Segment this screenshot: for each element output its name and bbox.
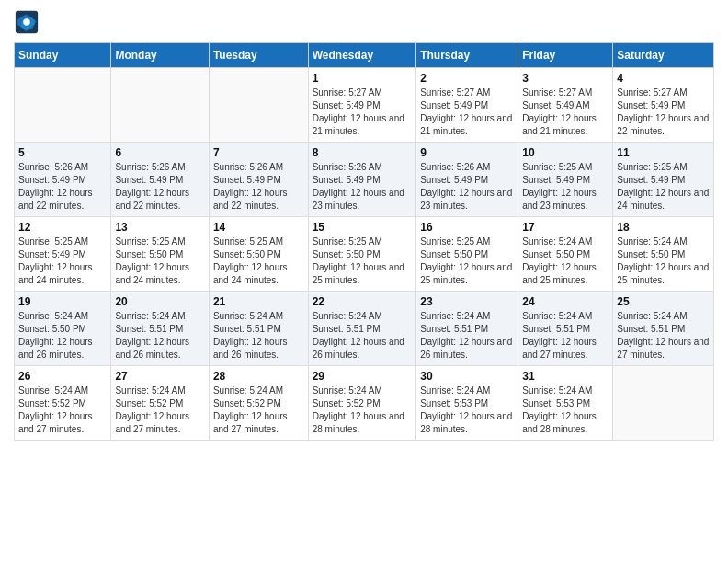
week-row-2: 5Sunrise: 5:26 AM Sunset: 5:49 PM Daylig… [15, 143, 714, 217]
day-cell: 31Sunrise: 5:24 AM Sunset: 5:53 PM Dayli… [518, 366, 613, 441]
day-number: 8 [313, 146, 413, 159]
day-number: 17 [522, 221, 609, 234]
day-info: Sunrise: 5:24 AM Sunset: 5:51 PM Dayligh… [420, 310, 514, 362]
day-cell: 5Sunrise: 5:26 AM Sunset: 5:49 PM Daylig… [15, 143, 111, 217]
header-cell-saturday: Saturday [613, 43, 714, 68]
day-info: Sunrise: 5:24 AM Sunset: 5:53 PM Dayligh… [420, 385, 514, 436]
week-row-3: 12Sunrise: 5:25 AM Sunset: 5:49 PM Dayli… [15, 217, 714, 292]
week-row-4: 19Sunrise: 5:24 AM Sunset: 5:50 PM Dayli… [15, 292, 714, 366]
day-cell: 13Sunrise: 5:25 AM Sunset: 5:50 PM Dayli… [111, 217, 209, 292]
header-cell-monday: Monday [111, 43, 209, 68]
day-number: 4 [617, 72, 710, 85]
logo-icon [14, 9, 40, 35]
day-info: Sunrise: 5:25 AM Sunset: 5:50 PM Dayligh… [420, 236, 514, 287]
day-cell: 24Sunrise: 5:24 AM Sunset: 5:51 PM Dayli… [518, 292, 613, 366]
week-row-1: 1Sunrise: 5:27 AM Sunset: 5:49 PM Daylig… [15, 68, 714, 143]
day-number: 30 [420, 370, 514, 383]
day-info: Sunrise: 5:26 AM Sunset: 5:49 PM Dayligh… [18, 161, 107, 213]
day-info: Sunrise: 5:24 AM Sunset: 5:51 PM Dayligh… [213, 310, 304, 362]
day-cell: 2Sunrise: 5:27 AM Sunset: 5:49 PM Daylig… [416, 68, 518, 143]
day-info: Sunrise: 5:25 AM Sunset: 5:50 PM Dayligh… [115, 236, 204, 287]
week-row-5: 26Sunrise: 5:24 AM Sunset: 5:52 PM Dayli… [15, 366, 714, 441]
header-row: SundayMondayTuesdayWednesdayThursdayFrid… [15, 43, 714, 68]
day-number: 11 [617, 146, 710, 159]
day-number: 28 [213, 370, 304, 383]
day-cell: 21Sunrise: 5:24 AM Sunset: 5:51 PM Dayli… [209, 292, 308, 366]
day-info: Sunrise: 5:26 AM Sunset: 5:49 PM Dayligh… [420, 161, 514, 213]
day-info: Sunrise: 5:24 AM Sunset: 5:50 PM Dayligh… [617, 236, 710, 287]
day-cell [15, 68, 111, 143]
day-cell: 17Sunrise: 5:24 AM Sunset: 5:50 PM Dayli… [518, 217, 613, 292]
day-cell: 29Sunrise: 5:24 AM Sunset: 5:52 PM Dayli… [308, 366, 416, 441]
day-info: Sunrise: 5:25 AM Sunset: 5:49 PM Dayligh… [522, 161, 609, 213]
day-number: 1 [313, 72, 413, 85]
header-cell-wednesday: Wednesday [308, 43, 416, 68]
day-info: Sunrise: 5:24 AM Sunset: 5:50 PM Dayligh… [522, 236, 609, 287]
day-cell: 27Sunrise: 5:24 AM Sunset: 5:52 PM Dayli… [111, 366, 209, 441]
day-number: 16 [420, 221, 514, 234]
logo [14, 9, 41, 35]
day-number: 20 [115, 295, 204, 308]
day-cell: 1Sunrise: 5:27 AM Sunset: 5:49 PM Daylig… [308, 68, 416, 143]
day-cell: 3Sunrise: 5:27 AM Sunset: 5:49 AM Daylig… [518, 68, 613, 143]
day-number: 19 [18, 295, 107, 308]
day-number: 9 [420, 146, 514, 159]
day-info: Sunrise: 5:26 AM Sunset: 5:49 PM Dayligh… [313, 161, 413, 213]
day-info: Sunrise: 5:25 AM Sunset: 5:50 PM Dayligh… [313, 236, 413, 287]
day-cell: 20Sunrise: 5:24 AM Sunset: 5:51 PM Dayli… [111, 292, 209, 366]
day-cell: 10Sunrise: 5:25 AM Sunset: 5:49 PM Dayli… [518, 143, 613, 217]
day-info: Sunrise: 5:24 AM Sunset: 5:52 PM Dayligh… [115, 385, 204, 436]
day-number: 13 [115, 221, 204, 234]
day-info: Sunrise: 5:27 AM Sunset: 5:49 PM Dayligh… [313, 86, 413, 138]
day-number: 14 [213, 221, 304, 234]
day-info: Sunrise: 5:24 AM Sunset: 5:51 PM Dayligh… [115, 310, 204, 362]
day-cell: 9Sunrise: 5:26 AM Sunset: 5:49 PM Daylig… [416, 143, 518, 217]
page-header [14, 9, 714, 35]
day-cell: 23Sunrise: 5:24 AM Sunset: 5:51 PM Dayli… [416, 292, 518, 366]
day-cell [209, 68, 308, 143]
svg-point-3 [23, 18, 29, 25]
day-info: Sunrise: 5:26 AM Sunset: 5:49 PM Dayligh… [213, 161, 304, 213]
day-cell: 16Sunrise: 5:25 AM Sunset: 5:50 PM Dayli… [416, 217, 518, 292]
day-cell: 25Sunrise: 5:24 AM Sunset: 5:51 PM Dayli… [613, 292, 714, 366]
day-number: 15 [313, 221, 413, 234]
day-number: 26 [18, 370, 107, 383]
day-number: 6 [115, 146, 204, 159]
calendar-table: SundayMondayTuesdayWednesdayThursdayFrid… [14, 42, 714, 441]
header-cell-thursday: Thursday [416, 43, 518, 68]
day-number: 7 [213, 146, 304, 159]
day-info: Sunrise: 5:27 AM Sunset: 5:49 PM Dayligh… [617, 86, 710, 138]
day-info: Sunrise: 5:24 AM Sunset: 5:52 PM Dayligh… [18, 385, 107, 436]
day-number: 31 [522, 370, 609, 383]
day-info: Sunrise: 5:24 AM Sunset: 5:50 PM Dayligh… [18, 310, 107, 362]
day-cell: 18Sunrise: 5:24 AM Sunset: 5:50 PM Dayli… [613, 217, 714, 292]
day-info: Sunrise: 5:25 AM Sunset: 5:50 PM Dayligh… [213, 236, 304, 287]
day-cell: 14Sunrise: 5:25 AM Sunset: 5:50 PM Dayli… [209, 217, 308, 292]
day-number: 24 [522, 295, 609, 308]
day-number: 10 [522, 146, 609, 159]
day-number: 12 [18, 221, 107, 234]
day-cell [111, 68, 209, 143]
day-cell: 30Sunrise: 5:24 AM Sunset: 5:53 PM Dayli… [416, 366, 518, 441]
day-number: 22 [313, 295, 413, 308]
day-cell: 8Sunrise: 5:26 AM Sunset: 5:49 PM Daylig… [308, 143, 416, 217]
day-number: 5 [18, 146, 107, 159]
day-cell: 22Sunrise: 5:24 AM Sunset: 5:51 PM Dayli… [308, 292, 416, 366]
header-cell-sunday: Sunday [15, 43, 111, 68]
day-cell: 11Sunrise: 5:25 AM Sunset: 5:49 PM Dayli… [613, 143, 714, 217]
day-cell: 28Sunrise: 5:24 AM Sunset: 5:52 PM Dayli… [209, 366, 308, 441]
day-info: Sunrise: 5:25 AM Sunset: 5:49 PM Dayligh… [617, 161, 710, 213]
day-number: 21 [213, 295, 304, 308]
day-info: Sunrise: 5:24 AM Sunset: 5:53 PM Dayligh… [522, 385, 609, 436]
day-number: 18 [617, 221, 710, 234]
header-cell-friday: Friday [518, 43, 613, 68]
day-info: Sunrise: 5:24 AM Sunset: 5:52 PM Dayligh… [313, 385, 413, 436]
day-info: Sunrise: 5:24 AM Sunset: 5:51 PM Dayligh… [617, 310, 710, 362]
day-cell: 7Sunrise: 5:26 AM Sunset: 5:49 PM Daylig… [209, 143, 308, 217]
calendar-body: 1Sunrise: 5:27 AM Sunset: 5:49 PM Daylig… [15, 68, 714, 441]
day-info: Sunrise: 5:24 AM Sunset: 5:51 PM Dayligh… [522, 310, 609, 362]
day-cell: 19Sunrise: 5:24 AM Sunset: 5:50 PM Dayli… [15, 292, 111, 366]
day-cell: 6Sunrise: 5:26 AM Sunset: 5:49 PM Daylig… [111, 143, 209, 217]
day-info: Sunrise: 5:24 AM Sunset: 5:51 PM Dayligh… [313, 310, 413, 362]
day-number: 2 [420, 72, 514, 85]
